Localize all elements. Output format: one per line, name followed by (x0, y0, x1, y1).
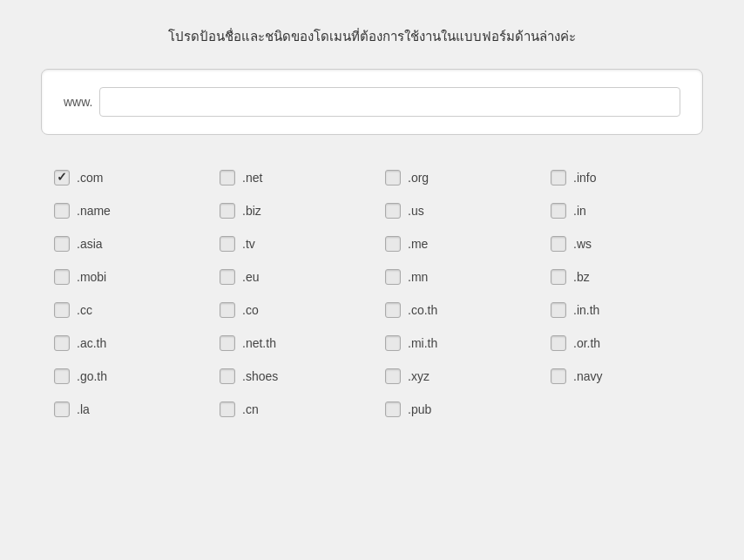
checkbox-cn[interactable] (220, 401, 235, 417)
checkbox-ws[interactable] (551, 236, 566, 252)
checkbox-label-us[interactable]: .us (408, 204, 424, 218)
checkbox-label-cc[interactable]: .cc (77, 303, 92, 317)
checkbox-item: .tv (206, 227, 372, 260)
checkbox-net[interactable] (220, 170, 235, 186)
main-container: โปรดป้อนชื่อและชนิดของโดเมนที่ต้องการใช้… (41, 26, 703, 426)
checkbox-item: .eu (206, 260, 372, 293)
checkbox-mobi[interactable] (54, 269, 70, 285)
checkbox-in[interactable] (551, 203, 566, 219)
checkbox-label-net_th[interactable]: .net.th (242, 336, 276, 350)
checkbox-item: .ws (538, 227, 703, 260)
checkbox-label-info[interactable]: .info (573, 171, 596, 185)
checkbox-label-pub[interactable]: .pub (408, 402, 431, 416)
checkbox-cc[interactable] (54, 302, 70, 318)
checkbox-item: .name (41, 194, 206, 227)
checkbox-label-co[interactable]: .co (242, 303, 259, 317)
checkbox-xyz[interactable] (385, 368, 401, 384)
checkbox-me[interactable] (385, 236, 401, 252)
checkbox-item: .mobi (41, 260, 206, 293)
checkbox-biz[interactable] (220, 203, 235, 219)
checkbox-info[interactable] (551, 170, 566, 186)
checkbox-item: .shoes (206, 360, 372, 393)
checkbox-label-co_th[interactable]: .co.th (408, 303, 437, 317)
checkbox-label-in[interactable]: .in (573, 204, 586, 218)
checkbox-item: .in.th (538, 293, 703, 327)
checkbox-label-com[interactable]: .com (77, 171, 103, 185)
checkbox-label-mi_th[interactable]: .mi.th (408, 336, 437, 350)
domain-checkboxes-grid: .com.net.org.info.name.biz.us.in.asia.tv… (41, 161, 703, 426)
checkbox-label-tv[interactable]: .tv (242, 237, 255, 251)
checkbox-in_th[interactable] (551, 302, 566, 318)
checkbox-go_th[interactable] (54, 368, 70, 384)
checkbox-item: .net (206, 161, 372, 194)
checkbox-navy[interactable] (551, 368, 566, 384)
checkbox-item: .co.th (372, 293, 538, 327)
checkbox-label-mn[interactable]: .mn (408, 270, 428, 284)
checkbox-ac_th[interactable] (54, 335, 70, 351)
checkbox-label-cn[interactable]: .cn (242, 402, 259, 416)
checkbox-label-name[interactable]: .name (77, 204, 111, 218)
www-prefix: www. (64, 95, 92, 109)
checkbox-label-go_th[interactable]: .go.th (77, 369, 107, 383)
checkbox-tv[interactable] (220, 236, 235, 252)
checkbox-item: .asia (41, 227, 206, 260)
checkbox-label-la[interactable]: .la (77, 402, 90, 416)
checkbox-item: .in (538, 194, 703, 227)
checkbox-label-me[interactable]: .me (408, 237, 428, 251)
checkbox-asia[interactable] (54, 236, 70, 252)
checkbox-label-asia[interactable]: .asia (77, 237, 103, 251)
checkbox-label-eu[interactable]: .eu (242, 270, 259, 284)
checkbox-com[interactable] (54, 170, 70, 186)
checkbox-label-org[interactable]: .org (408, 171, 429, 185)
checkbox-mi_th[interactable] (385, 335, 401, 351)
checkbox-item: .navy (538, 360, 703, 393)
checkbox-eu[interactable] (220, 269, 235, 285)
checkbox-item: .org (372, 161, 538, 194)
checkbox-item: .bz (538, 260, 703, 293)
checkbox-item: .biz (206, 194, 372, 227)
checkbox-item: .us (372, 194, 538, 227)
checkbox-co_th[interactable] (385, 302, 401, 318)
checkbox-item: .me (372, 227, 538, 260)
checkbox-shoes[interactable] (220, 368, 235, 384)
checkbox-item: .xyz (372, 360, 538, 393)
checkbox-name[interactable] (54, 203, 70, 219)
checkbox-label-biz[interactable]: .biz (242, 204, 261, 218)
checkbox-label-in_th[interactable]: .in.th (573, 303, 599, 317)
checkbox-item: .pub (372, 393, 538, 426)
checkbox-co[interactable] (220, 302, 235, 318)
checkbox-label-ws[interactable]: .ws (573, 237, 592, 251)
checkbox-us[interactable] (385, 203, 401, 219)
checkbox-label-mobi[interactable]: .mobi (77, 270, 106, 284)
checkbox-item: .net.th (206, 327, 372, 360)
domain-text-input[interactable] (99, 87, 680, 117)
checkbox-org[interactable] (385, 170, 401, 186)
checkbox-label-navy[interactable]: .navy (573, 369, 602, 383)
checkbox-or_th[interactable] (551, 335, 566, 351)
domain-input-box: www. (41, 69, 703, 135)
checkbox-item: .ac.th (41, 327, 206, 360)
checkbox-item: .go.th (41, 360, 206, 393)
checkbox-item: .cn (206, 393, 372, 426)
checkbox-la[interactable] (54, 401, 70, 417)
checkbox-item: .com (41, 161, 206, 194)
checkbox-item: .cc (41, 293, 206, 327)
checkbox-pub[interactable] (385, 401, 401, 417)
checkbox-label-bz[interactable]: .bz (573, 270, 590, 284)
checkbox-item: .info (538, 161, 703, 194)
checkbox-label-net[interactable]: .net (242, 171, 262, 185)
checkbox-label-ac_th[interactable]: .ac.th (77, 336, 106, 350)
checkbox-item: .mi.th (372, 327, 538, 360)
checkbox-net_th[interactable] (220, 335, 235, 351)
checkbox-item: .or.th (538, 327, 703, 360)
checkbox-item: .la (41, 393, 206, 426)
checkbox-mn[interactable] (385, 269, 401, 285)
checkbox-label-or_th[interactable]: .or.th (573, 336, 600, 350)
checkbox-label-shoes[interactable]: .shoes (242, 369, 278, 383)
checkbox-bz[interactable] (551, 269, 566, 285)
checkbox-item: .co (206, 293, 372, 327)
instruction-text: โปรดป้อนชื่อและชนิดของโดเมนที่ต้องการใช้… (41, 26, 703, 47)
checkbox-label-xyz[interactable]: .xyz (408, 369, 429, 383)
checkbox-item: .mn (372, 260, 538, 293)
